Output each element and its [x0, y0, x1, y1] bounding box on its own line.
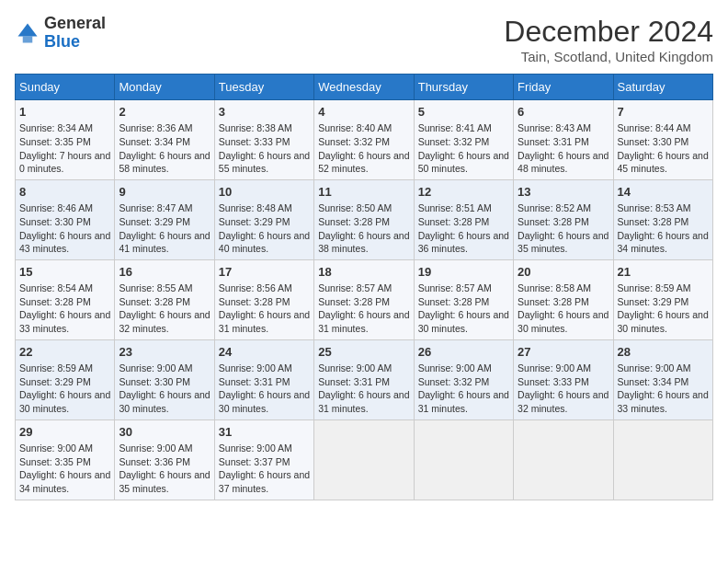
- day-number: 13: [518, 184, 609, 201]
- svg-rect-1: [23, 36, 33, 42]
- calendar-cell: 1Sunrise: 8:34 AMSunset: 3:35 PMDaylight…: [16, 100, 115, 180]
- day-number: 6: [518, 104, 609, 121]
- day-number: 5: [418, 104, 509, 121]
- day-info: Sunrise: 8:36 AMSunset: 3:34 PMDaylight:…: [119, 121, 210, 176]
- day-number: 9: [119, 184, 210, 201]
- calendar-cell: 18Sunrise: 8:57 AMSunset: 3:28 PMDayligh…: [314, 259, 414, 339]
- day-info: Sunrise: 9:00 AMSunset: 3:35 PMDaylight:…: [19, 442, 110, 496]
- day-info: Sunrise: 9:00 AMSunset: 3:34 PMDaylight:…: [618, 362, 709, 416]
- day-info: Sunrise: 8:57 AMSunset: 3:28 PMDaylight:…: [418, 282, 509, 336]
- day-number: 30: [119, 424, 210, 441]
- day-number: 29: [19, 424, 110, 441]
- calendar-cell: 6Sunrise: 8:43 AMSunset: 3:31 PMDaylight…: [514, 100, 613, 180]
- calendar-header-row: SundayMondayTuesdayWednesdayThursdayFrid…: [16, 75, 713, 100]
- calendar-table: SundayMondayTuesdayWednesdayThursdayFrid…: [15, 74, 713, 500]
- calendar-cell: 27Sunrise: 9:00 AMSunset: 3:33 PMDayligh…: [514, 339, 613, 419]
- day-number: 2: [119, 104, 210, 121]
- calendar-cell: 2Sunrise: 8:36 AMSunset: 3:34 PMDaylight…: [115, 100, 214, 180]
- calendar-cell: 7Sunrise: 8:44 AMSunset: 3:30 PMDaylight…: [613, 100, 712, 180]
- title-block: December 2024 Tain, Scotland, United Kin…: [504, 15, 713, 64]
- calendar-cell: 26Sunrise: 9:00 AMSunset: 3:32 PMDayligh…: [414, 339, 513, 419]
- day-info: Sunrise: 8:53 AMSunset: 3:28 PMDaylight:…: [618, 201, 709, 256]
- day-info: Sunrise: 8:56 AMSunset: 3:28 PMDaylight:…: [219, 282, 310, 336]
- calendar-dow-sunday: Sunday: [16, 75, 115, 100]
- day-info: Sunrise: 8:48 AMSunset: 3:29 PMDaylight:…: [219, 201, 310, 256]
- day-number: 1: [19, 104, 110, 121]
- day-number: 18: [318, 264, 409, 281]
- calendar-cell: 10Sunrise: 8:48 AMSunset: 3:29 PMDayligh…: [214, 179, 313, 259]
- calendar-cell: 24Sunrise: 9:00 AMSunset: 3:31 PMDayligh…: [214, 339, 313, 419]
- day-number: 22: [19, 344, 110, 361]
- day-number: 24: [219, 344, 310, 361]
- calendar-dow-friday: Friday: [514, 75, 613, 100]
- calendar-cell: 11Sunrise: 8:50 AMSunset: 3:28 PMDayligh…: [314, 179, 414, 259]
- calendar-cell: [314, 419, 414, 500]
- day-number: 16: [119, 264, 210, 281]
- calendar-cell: 8Sunrise: 8:46 AMSunset: 3:30 PMDaylight…: [16, 179, 115, 259]
- day-info: Sunrise: 8:59 AMSunset: 3:29 PMDaylight:…: [19, 362, 110, 416]
- calendar-cell: [613, 419, 712, 500]
- day-number: 4: [318, 104, 409, 121]
- logo: General Blue: [15, 15, 106, 52]
- calendar-cell: 16Sunrise: 8:55 AMSunset: 3:28 PMDayligh…: [115, 259, 214, 339]
- calendar-dow-monday: Monday: [115, 75, 214, 100]
- day-number: 11: [318, 184, 409, 201]
- day-number: 23: [119, 344, 210, 361]
- calendar-week-5: 29Sunrise: 9:00 AMSunset: 3:35 PMDayligh…: [16, 419, 713, 500]
- svg-marker-0: [18, 23, 38, 36]
- day-info: Sunrise: 8:51 AMSunset: 3:28 PMDaylight:…: [418, 201, 509, 256]
- day-info: Sunrise: 8:40 AMSunset: 3:32 PMDaylight:…: [318, 121, 409, 176]
- day-number: 17: [219, 264, 310, 281]
- day-info: Sunrise: 8:59 AMSunset: 3:29 PMDaylight:…: [618, 282, 709, 336]
- calendar-cell: 13Sunrise: 8:52 AMSunset: 3:28 PMDayligh…: [514, 179, 613, 259]
- calendar-dow-thursday: Thursday: [414, 75, 513, 100]
- day-number: 28: [618, 344, 709, 361]
- day-info: Sunrise: 8:52 AMSunset: 3:28 PMDaylight:…: [518, 201, 609, 256]
- day-info: Sunrise: 9:00 AMSunset: 3:36 PMDaylight:…: [119, 442, 210, 496]
- day-info: Sunrise: 8:58 AMSunset: 3:28 PMDaylight:…: [518, 282, 609, 336]
- calendar-cell: 25Sunrise: 9:00 AMSunset: 3:31 PMDayligh…: [314, 339, 414, 419]
- day-info: Sunrise: 8:47 AMSunset: 3:29 PMDaylight:…: [119, 201, 210, 256]
- calendar-week-2: 8Sunrise: 8:46 AMSunset: 3:30 PMDaylight…: [16, 179, 713, 259]
- day-number: 10: [219, 184, 310, 201]
- day-number: 27: [518, 344, 609, 361]
- day-info: Sunrise: 8:38 AMSunset: 3:33 PMDaylight:…: [219, 121, 310, 176]
- day-info: Sunrise: 9:00 AMSunset: 3:37 PMDaylight:…: [219, 442, 310, 496]
- day-number: 20: [518, 264, 609, 281]
- calendar-cell: 12Sunrise: 8:51 AMSunset: 3:28 PMDayligh…: [414, 179, 513, 259]
- day-info: Sunrise: 8:44 AMSunset: 3:30 PMDaylight:…: [618, 121, 709, 176]
- day-number: 7: [618, 104, 709, 121]
- day-number: 14: [618, 184, 709, 201]
- calendar-week-3: 15Sunrise: 8:54 AMSunset: 3:28 PMDayligh…: [16, 259, 713, 339]
- calendar-body: 1Sunrise: 8:34 AMSunset: 3:35 PMDaylight…: [16, 100, 713, 500]
- day-number: 25: [318, 344, 409, 361]
- day-info: Sunrise: 9:00 AMSunset: 3:30 PMDaylight:…: [119, 362, 210, 416]
- calendar-cell: 15Sunrise: 8:54 AMSunset: 3:28 PMDayligh…: [16, 259, 115, 339]
- calendar-cell: [414, 419, 513, 500]
- day-number: 15: [19, 264, 110, 281]
- day-number: 26: [418, 344, 509, 361]
- day-number: 21: [618, 264, 709, 281]
- calendar-dow-tuesday: Tuesday: [214, 75, 313, 100]
- calendar-cell: 19Sunrise: 8:57 AMSunset: 3:28 PMDayligh…: [414, 259, 513, 339]
- calendar-cell: 30Sunrise: 9:00 AMSunset: 3:36 PMDayligh…: [115, 419, 214, 500]
- calendar-cell: [514, 419, 613, 500]
- day-info: Sunrise: 9:00 AMSunset: 3:31 PMDaylight:…: [318, 362, 409, 416]
- day-number: 19: [418, 264, 509, 281]
- day-number: 12: [418, 184, 509, 201]
- day-info: Sunrise: 9:00 AMSunset: 3:31 PMDaylight:…: [219, 362, 310, 416]
- calendar-cell: 23Sunrise: 9:00 AMSunset: 3:30 PMDayligh…: [115, 339, 214, 419]
- calendar-cell: 21Sunrise: 8:59 AMSunset: 3:29 PMDayligh…: [613, 259, 712, 339]
- day-info: Sunrise: 8:50 AMSunset: 3:28 PMDaylight:…: [318, 201, 409, 256]
- day-number: 31: [219, 424, 310, 441]
- calendar-cell: 28Sunrise: 9:00 AMSunset: 3:34 PMDayligh…: [613, 339, 712, 419]
- day-info: Sunrise: 8:55 AMSunset: 3:28 PMDaylight:…: [119, 282, 210, 336]
- calendar-cell: 14Sunrise: 8:53 AMSunset: 3:28 PMDayligh…: [613, 179, 712, 259]
- calendar-cell: 4Sunrise: 8:40 AMSunset: 3:32 PMDaylight…: [314, 100, 414, 180]
- day-number: 3: [219, 104, 310, 121]
- calendar-cell: 31Sunrise: 9:00 AMSunset: 3:37 PMDayligh…: [214, 419, 313, 500]
- calendar-cell: 22Sunrise: 8:59 AMSunset: 3:29 PMDayligh…: [16, 339, 115, 419]
- calendar-cell: 20Sunrise: 8:58 AMSunset: 3:28 PMDayligh…: [514, 259, 613, 339]
- day-info: Sunrise: 8:43 AMSunset: 3:31 PMDaylight:…: [518, 121, 609, 176]
- day-info: Sunrise: 8:54 AMSunset: 3:28 PMDaylight:…: [19, 282, 110, 336]
